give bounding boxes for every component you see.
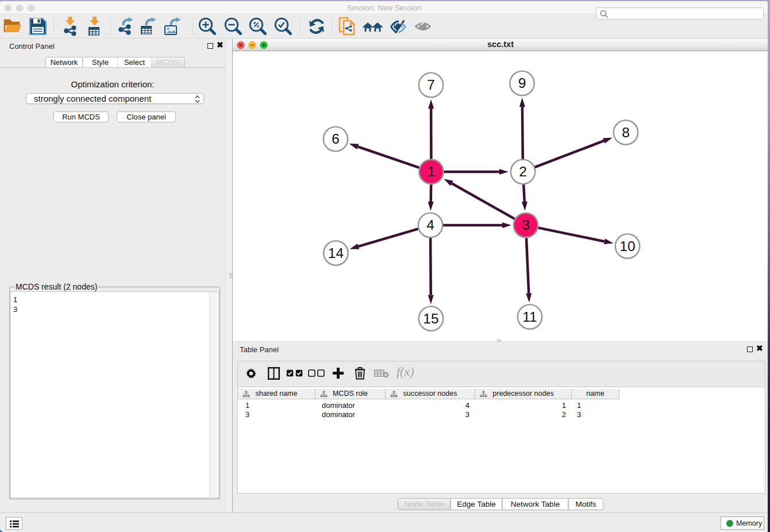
svg-text:2: 2	[519, 164, 527, 179]
svg-text:9: 9	[518, 75, 526, 91]
svg-text:4: 4	[426, 217, 434, 233]
svg-text:8: 8	[622, 125, 630, 140]
svg-text:3: 3	[522, 217, 530, 233]
svg-text:10: 10	[619, 238, 635, 254]
svg-text:1: 1	[428, 164, 436, 179]
svg-text:15: 15	[423, 311, 438, 326]
svg-text:11: 11	[522, 309, 537, 325]
svg-text:14: 14	[328, 245, 344, 261]
svg-text:7: 7	[427, 77, 435, 92]
svg-text:6: 6	[332, 131, 340, 147]
